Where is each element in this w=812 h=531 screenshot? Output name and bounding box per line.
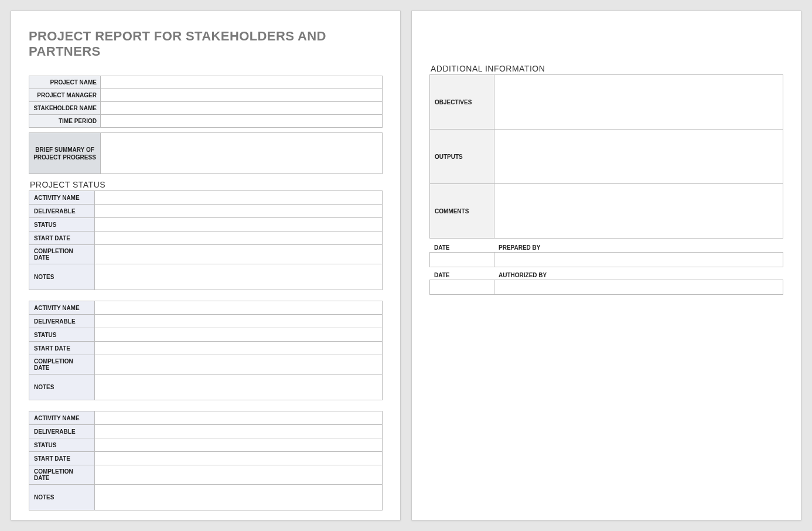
value-completion-date[interactable] <box>95 465 383 485</box>
value-notes[interactable] <box>95 375 383 400</box>
value-stakeholder-name[interactable] <box>101 102 383 115</box>
label-start-date: START DATE <box>29 452 95 465</box>
label-activity-name: ACTIVITY NAME <box>29 191 95 205</box>
label-status: STATUS <box>29 438 95 452</box>
label-notes: NOTES <box>29 485 95 510</box>
additional-info-table: OBJECTIVES OUTPUTS COMMENTS <box>429 74 783 239</box>
label-authorized-by: AUTHORIZED BY <box>494 271 783 280</box>
value-time-period[interactable] <box>101 115 383 128</box>
activity-block: ACTIVITY NAME DELIVERABLE STATUS START D… <box>29 411 383 510</box>
label-comments: COMMENTS <box>430 184 494 239</box>
signoff-prepared: DATE PREPARED BY <box>429 243 783 267</box>
label-stakeholder-name: STAKEHOLDER NAME <box>29 102 101 115</box>
label-notes: NOTES <box>29 375 95 400</box>
label-deliverable: DELIVERABLE <box>29 205 95 218</box>
label-project-name: PROJECT NAME <box>29 76 101 89</box>
value-objectives[interactable] <box>494 75 783 130</box>
label-start-date: START DATE <box>29 232 95 245</box>
value-project-name[interactable] <box>101 76 383 89</box>
label-activity-name: ACTIVITY NAME <box>29 301 95 315</box>
label-status: STATUS <box>29 218 95 232</box>
label-start-date: START DATE <box>29 342 95 355</box>
value-status[interactable] <box>95 438 383 452</box>
activity-block: ACTIVITY NAME DELIVERABLE STATUS START D… <box>29 301 383 400</box>
value-activity-name[interactable] <box>95 191 383 205</box>
label-notes: NOTES <box>29 264 95 290</box>
label-summary: BRIEF SUMMARY OF PROJECT PROGRESS <box>29 133 101 174</box>
value-deliverable[interactable] <box>95 315 383 328</box>
label-date: DATE <box>429 243 494 252</box>
value-deliverable[interactable] <box>95 205 383 218</box>
page-right: ADDITIONAL INFORMATION OBJECTIVES OUTPUT… <box>411 11 801 520</box>
value-authorized-date[interactable] <box>429 280 494 295</box>
value-deliverable[interactable] <box>95 425 383 438</box>
value-outputs[interactable] <box>494 130 783 184</box>
label-activity-name: ACTIVITY NAME <box>29 411 95 425</box>
value-completion-date[interactable] <box>95 355 383 375</box>
label-objectives: OBJECTIVES <box>430 75 494 130</box>
value-notes[interactable] <box>95 485 383 510</box>
label-prepared-by: PREPARED BY <box>494 243 783 252</box>
value-prepared-date[interactable] <box>429 252 494 267</box>
page-title: PROJECT REPORT FOR STAKEHOLDERS AND PART… <box>29 29 383 59</box>
value-prepared-by[interactable] <box>494 252 783 267</box>
signoff-authorized: DATE AUTHORIZED BY <box>429 271 783 295</box>
value-notes[interactable] <box>95 264 383 290</box>
label-completion-date: COMPLETION DATE <box>29 355 95 375</box>
label-completion-date: COMPLETION DATE <box>29 465 95 485</box>
label-deliverable: DELIVERABLE <box>29 315 95 328</box>
value-start-date[interactable] <box>95 452 383 465</box>
value-summary[interactable] <box>101 133 383 174</box>
value-activity-name[interactable] <box>95 301 383 315</box>
page-left: PROJECT REPORT FOR STAKEHOLDERS AND PART… <box>11 11 401 520</box>
value-completion-date[interactable] <box>95 245 383 264</box>
value-status[interactable] <box>95 218 383 232</box>
value-status[interactable] <box>95 328 383 342</box>
value-comments[interactable] <box>494 184 783 239</box>
label-outputs: OUTPUTS <box>430 130 494 184</box>
activity-block: ACTIVITY NAME DELIVERABLE STATUS START D… <box>29 190 383 290</box>
value-start-date[interactable] <box>95 232 383 245</box>
label-time-period: TIME PERIOD <box>29 115 101 128</box>
header-info-table: PROJECT NAME PROJECT MANAGER STAKEHOLDER… <box>29 76 383 128</box>
value-start-date[interactable] <box>95 342 383 355</box>
heading-additional-info: ADDITIONAL INFORMATION <box>431 64 783 73</box>
value-activity-name[interactable] <box>95 411 383 425</box>
label-date: DATE <box>429 271 494 280</box>
heading-project-status: PROJECT STATUS <box>30 180 383 189</box>
value-project-manager[interactable] <box>101 89 383 102</box>
value-authorized-by[interactable] <box>494 280 783 295</box>
label-completion-date: COMPLETION DATE <box>29 245 95 264</box>
label-deliverable: DELIVERABLE <box>29 425 95 438</box>
label-project-manager: PROJECT MANAGER <box>29 89 101 102</box>
summary-table: BRIEF SUMMARY OF PROJECT PROGRESS <box>29 132 383 174</box>
label-status: STATUS <box>29 328 95 342</box>
